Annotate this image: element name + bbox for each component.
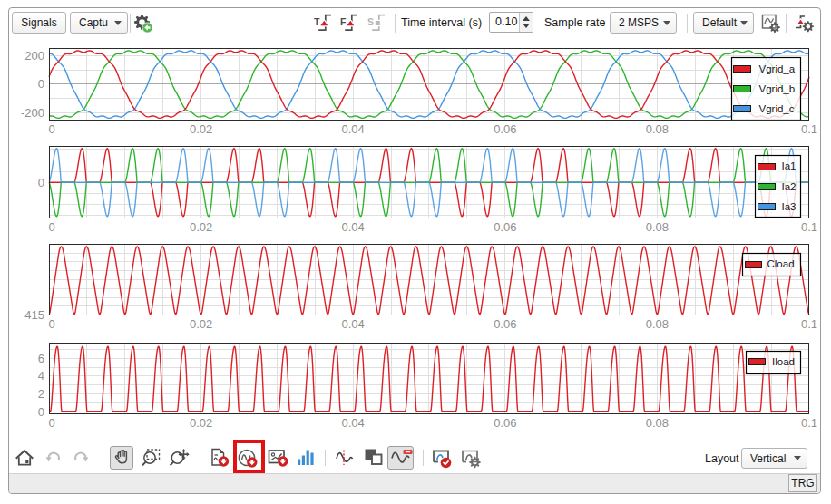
svg-text:0: 0 [48, 317, 54, 331]
svg-text:0.06: 0.06 [494, 122, 516, 136]
svg-text:0.08: 0.08 [646, 416, 669, 430]
svg-text:0.06: 0.06 [494, 416, 516, 430]
svg-text:200: 200 [24, 49, 44, 63]
svg-text:Ia2: Ia2 [782, 181, 797, 192]
svg-text:0.02: 0.02 [190, 220, 212, 234]
svg-text:0.1: 0.1 [801, 220, 817, 234]
svg-text:0: 0 [38, 77, 44, 91]
svg-text:S: S [367, 16, 374, 27]
svg-text:0.1: 0.1 [801, 317, 817, 331]
svg-text:0: 0 [48, 220, 54, 234]
svg-text:0.1: 0.1 [801, 416, 817, 430]
svg-text:Cload: Cload [767, 258, 795, 269]
svg-text:0: 0 [38, 176, 44, 189]
svg-text:0.08: 0.08 [646, 317, 669, 331]
svg-text:415: 415 [24, 308, 44, 322]
svg-text:0.08: 0.08 [646, 220, 669, 234]
svg-text:0.04: 0.04 [342, 122, 365, 136]
svg-text:-200: -200 [21, 106, 44, 120]
svg-text:0.04: 0.04 [342, 220, 365, 234]
svg-text:0.06: 0.06 [494, 220, 516, 234]
svg-text:4: 4 [38, 369, 44, 383]
svg-text:0: 0 [48, 416, 54, 430]
svg-text:0.02: 0.02 [190, 416, 212, 430]
svg-text:0: 0 [48, 122, 54, 136]
svg-text:0.1: 0.1 [801, 122, 817, 136]
svg-text:Vgrid_b: Vgrid_b [759, 83, 796, 94]
svg-text:0.06: 0.06 [494, 317, 516, 331]
svg-text:Ia3: Ia3 [782, 201, 797, 212]
svg-text:0.04: 0.04 [342, 416, 365, 430]
svg-text:Vgrid_c: Vgrid_c [759, 103, 795, 114]
svg-text:Vgrid_a: Vgrid_a [759, 63, 796, 74]
svg-text:6: 6 [38, 352, 44, 365]
svg-text:0.04: 0.04 [342, 317, 365, 331]
svg-text:2: 2 [38, 387, 44, 401]
svg-text:Ia1: Ia1 [782, 160, 797, 171]
svg-text:Iload: Iload [772, 356, 795, 367]
svg-text:0.08: 0.08 [646, 122, 669, 136]
svg-text:0.02: 0.02 [190, 122, 212, 136]
svg-text:0.02: 0.02 [190, 317, 212, 331]
svg-text:0: 0 [38, 405, 44, 419]
